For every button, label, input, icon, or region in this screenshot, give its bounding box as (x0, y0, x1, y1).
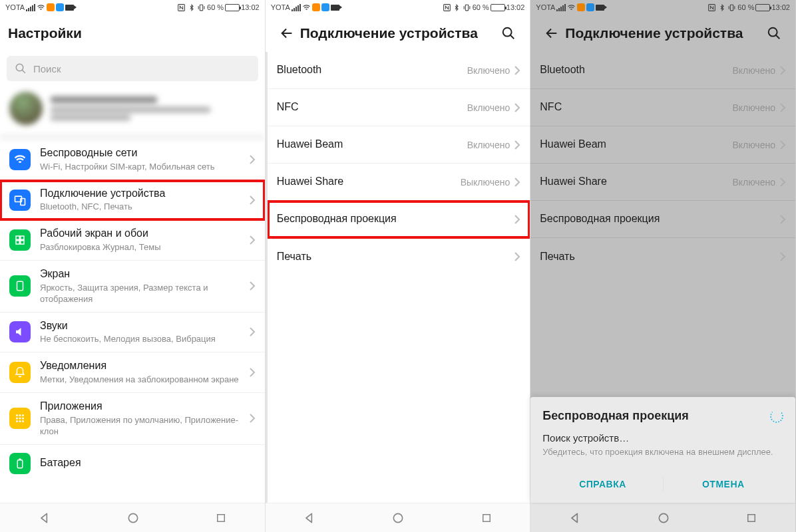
svg-point-2 (16, 64, 23, 71)
row-print[interactable]: Печать (268, 238, 530, 275)
header: Настройки (0, 15, 265, 52)
row-nfc[interactable]: NFC Включено (268, 89, 530, 126)
svg-rect-26 (483, 514, 490, 521)
chevron-right-icon (514, 102, 520, 113)
settings-row-display[interactable]: ЭкранЯркость, Защита зрения, Размер текс… (0, 261, 265, 313)
chevron-right-icon (779, 251, 786, 262)
battery-tile-icon (9, 453, 31, 474)
battery-icon (491, 4, 505, 11)
chevron-right-icon (249, 281, 256, 291)
page-title: Подключение устройства (300, 25, 496, 41)
header: Подключение устройства (530, 15, 795, 52)
app-badge-orange (47, 3, 55, 11)
devices-tile-icon (9, 190, 31, 211)
status-bar: YOTA 60 % 13:02 (530, 0, 795, 15)
svg-point-24 (503, 28, 512, 37)
chevron-right-icon (514, 65, 520, 76)
row-print[interactable]: Печать (530, 238, 795, 275)
nav-recents-icon[interactable] (481, 512, 493, 524)
sheet-searching-label: Поиск устройств… (542, 432, 783, 444)
nav-back-icon[interactable] (568, 511, 582, 525)
settings-row-notifications[interactable]: УведомленияМетки, Уведомления на заблоки… (0, 352, 265, 393)
cancel-button[interactable]: ОТМЕНА (664, 471, 783, 497)
svg-point-30 (659, 513, 668, 522)
nfc-icon (707, 3, 716, 12)
display-tile-icon (9, 275, 31, 297)
wifi-tile-icon (9, 149, 31, 170)
row-bluetooth[interactable]: Bluetooth Включено (530, 52, 795, 89)
status-bar: YOTA 60 % 13:02 (0, 0, 265, 15)
wifi-icon (567, 3, 576, 12)
nav-recents-icon[interactable] (215, 512, 227, 524)
chevron-right-icon (779, 177, 786, 188)
settings-row-sounds[interactable]: ЗвукиНе беспокоить, Мелодия вызова, Вибр… (0, 313, 265, 353)
svg-point-11 (19, 414, 21, 416)
svg-point-14 (19, 418, 21, 420)
settings-row-home-wallpaper[interactable]: Рабочий экран и обоиРазблокировка Журнал… (0, 220, 265, 261)
video-icon (596, 5, 604, 11)
nav-bar (530, 503, 795, 532)
svg-rect-7 (16, 241, 19, 244)
chevron-right-icon (779, 102, 786, 113)
row-huawei-share[interactable]: Huawei Share Выключено (268, 164, 530, 201)
help-button[interactable]: СПРАВКА (542, 471, 662, 497)
nav-back-icon[interactable] (38, 511, 51, 525)
chevron-right-icon (249, 327, 256, 337)
nav-home-icon[interactable] (126, 511, 140, 525)
nav-recents-icon[interactable] (745, 512, 757, 524)
nfc-icon (443, 3, 451, 12)
chevron-right-icon (249, 367, 256, 378)
nav-back-icon[interactable] (303, 511, 316, 525)
vibrate-icon (727, 3, 736, 12)
search-icon (15, 63, 27, 74)
home-tile-icon (9, 229, 31, 251)
svg-point-17 (19, 420, 21, 422)
row-huawei-beam[interactable]: Huawei Beam Включено (268, 126, 530, 164)
svg-rect-31 (748, 514, 755, 521)
row-huawei-share[interactable]: Huawei Share Включено (530, 164, 795, 201)
svg-rect-19 (17, 460, 23, 467)
bluetooth-icon (717, 3, 726, 12)
svg-rect-23 (465, 5, 468, 11)
video-icon (65, 5, 74, 11)
search-button[interactable] (495, 20, 522, 47)
row-wireless-projection[interactable]: Беспроводная проекция (530, 201, 795, 238)
row-nfc[interactable]: NFC Включено (530, 89, 795, 126)
chevron-right-icon (514, 251, 520, 262)
chevron-right-icon (514, 140, 520, 150)
search-input[interactable]: Поиск (7, 56, 258, 81)
back-button[interactable] (538, 20, 565, 47)
battery-icon (755, 4, 770, 11)
vibrate-icon (463, 3, 471, 12)
svg-point-16 (16, 420, 18, 422)
settings-row-wireless[interactable]: Беспроводные сетиWi-Fi, Настройки SIM-ка… (0, 140, 265, 180)
wireless-projection-sheet: Беспроводная проекция Поиск устройств… У… (530, 397, 795, 503)
settings-row-battery[interactable]: Батарея (0, 445, 265, 482)
svg-rect-21 (218, 514, 225, 521)
nav-home-icon[interactable] (657, 511, 670, 525)
battery-pct: 60 % (207, 3, 224, 11)
apps-tile-icon (9, 408, 31, 429)
svg-point-15 (22, 418, 24, 420)
svg-rect-5 (16, 236, 19, 239)
row-wireless-projection[interactable]: Беспроводная проекция (268, 201, 530, 238)
signal-icon (556, 4, 566, 11)
nav-home-icon[interactable] (391, 511, 405, 525)
chevron-right-icon (779, 65, 786, 76)
chevron-right-icon (514, 214, 520, 225)
wifi-icon (302, 3, 311, 12)
bluetooth-icon (453, 3, 461, 12)
svg-point-13 (16, 418, 18, 420)
chevron-right-icon (249, 154, 256, 165)
loading-spinner-icon (770, 410, 783, 423)
settings-row-device-connection[interactable]: Подключение устройстваBluetooth, NFC, Пе… (0, 180, 265, 221)
search-button[interactable] (761, 20, 787, 47)
row-huawei-beam[interactable]: Huawei Beam Включено (530, 126, 795, 164)
chevron-right-icon (779, 214, 786, 225)
vibrate-icon (197, 3, 206, 12)
profile-card[interactable] (0, 85, 265, 140)
row-bluetooth[interactable]: Bluetooth Включено (268, 52, 530, 89)
settings-row-apps[interactable]: ПриложенияПрава, Приложения по умолчанию… (0, 393, 265, 445)
status-bar: YOTA 60 % 13:02 (266, 0, 530, 15)
back-button[interactable] (274, 20, 300, 47)
